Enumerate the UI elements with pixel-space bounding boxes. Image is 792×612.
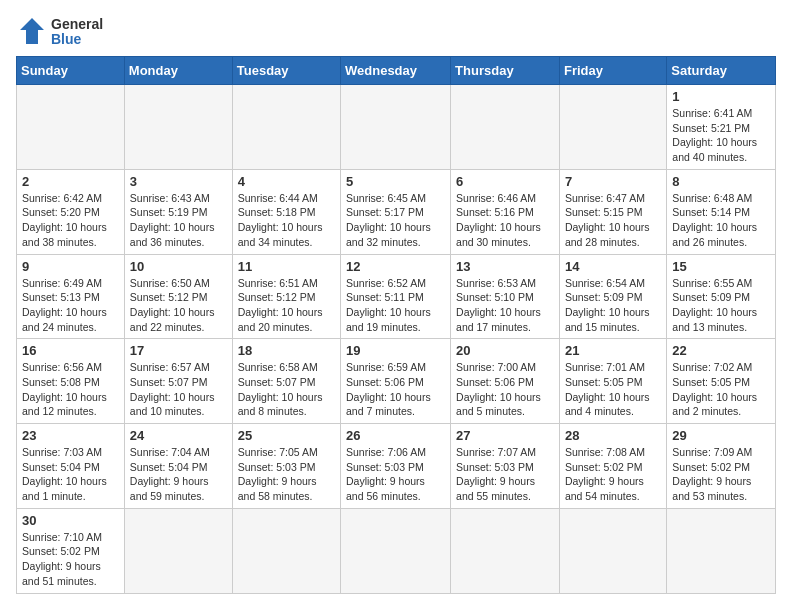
day-info: Sunrise: 6:41 AMSunset: 5:21 PMDaylight:… [672,106,770,165]
day-number: 30 [22,513,119,528]
calendar-day-cell: 25Sunrise: 7:05 AMSunset: 5:03 PMDayligh… [232,424,340,509]
day-info: Sunrise: 7:06 AMSunset: 5:03 PMDaylight:… [346,445,445,504]
day-number: 15 [672,259,770,274]
day-info: Sunrise: 7:03 AMSunset: 5:04 PMDaylight:… [22,445,119,504]
calendar-day-cell: 1Sunrise: 6:41 AMSunset: 5:21 PMDaylight… [667,85,776,170]
day-number: 1 [672,89,770,104]
calendar-day-cell [341,508,451,593]
weekday-header-monday: Monday [124,57,232,85]
calendar-day-cell: 5Sunrise: 6:45 AMSunset: 5:17 PMDaylight… [341,169,451,254]
calendar-day-cell [232,508,340,593]
calendar-day-cell: 13Sunrise: 6:53 AMSunset: 5:10 PMDayligh… [451,254,560,339]
day-info: Sunrise: 7:04 AMSunset: 5:04 PMDaylight:… [130,445,227,504]
day-number: 25 [238,428,335,443]
day-number: 13 [456,259,554,274]
day-info: Sunrise: 6:44 AMSunset: 5:18 PMDaylight:… [238,191,335,250]
day-number: 9 [22,259,119,274]
day-number: 10 [130,259,227,274]
day-info: Sunrise: 6:52 AMSunset: 5:11 PMDaylight:… [346,276,445,335]
day-number: 11 [238,259,335,274]
calendar-day-cell [559,508,666,593]
calendar-day-cell [667,508,776,593]
day-info: Sunrise: 6:51 AMSunset: 5:12 PMDaylight:… [238,276,335,335]
calendar-day-cell: 6Sunrise: 6:46 AMSunset: 5:16 PMDaylight… [451,169,560,254]
calendar-week-row: 1Sunrise: 6:41 AMSunset: 5:21 PMDaylight… [17,85,776,170]
page-header: General Blue [16,16,776,48]
calendar-day-cell: 11Sunrise: 6:51 AMSunset: 5:12 PMDayligh… [232,254,340,339]
calendar-table: SundayMondayTuesdayWednesdayThursdayFrid… [16,56,776,594]
calendar-day-cell: 18Sunrise: 6:58 AMSunset: 5:07 PMDayligh… [232,339,340,424]
weekday-header-thursday: Thursday [451,57,560,85]
day-info: Sunrise: 7:07 AMSunset: 5:03 PMDaylight:… [456,445,554,504]
day-info: Sunrise: 6:49 AMSunset: 5:13 PMDaylight:… [22,276,119,335]
day-info: Sunrise: 7:02 AMSunset: 5:05 PMDaylight:… [672,360,770,419]
day-number: 3 [130,174,227,189]
day-number: 6 [456,174,554,189]
day-info: Sunrise: 6:48 AMSunset: 5:14 PMDaylight:… [672,191,770,250]
calendar-day-cell: 12Sunrise: 6:52 AMSunset: 5:11 PMDayligh… [341,254,451,339]
weekday-header-row: SundayMondayTuesdayWednesdayThursdayFrid… [17,57,776,85]
logo-general: General [51,17,103,32]
day-info: Sunrise: 6:47 AMSunset: 5:15 PMDaylight:… [565,191,661,250]
calendar-day-cell: 23Sunrise: 7:03 AMSunset: 5:04 PMDayligh… [17,424,125,509]
day-info: Sunrise: 7:01 AMSunset: 5:05 PMDaylight:… [565,360,661,419]
calendar-day-cell: 2Sunrise: 6:42 AMSunset: 5:20 PMDaylight… [17,169,125,254]
calendar-day-cell [17,85,125,170]
day-number: 28 [565,428,661,443]
logo: General Blue [16,16,103,48]
calendar-day-cell: 19Sunrise: 6:59 AMSunset: 5:06 PMDayligh… [341,339,451,424]
day-info: Sunrise: 6:55 AMSunset: 5:09 PMDaylight:… [672,276,770,335]
day-info: Sunrise: 6:54 AMSunset: 5:09 PMDaylight:… [565,276,661,335]
day-info: Sunrise: 7:00 AMSunset: 5:06 PMDaylight:… [456,360,554,419]
calendar-week-row: 2Sunrise: 6:42 AMSunset: 5:20 PMDaylight… [17,169,776,254]
calendar-day-cell: 20Sunrise: 7:00 AMSunset: 5:06 PMDayligh… [451,339,560,424]
day-number: 21 [565,343,661,358]
svg-marker-0 [20,18,44,44]
logo-blue: Blue [51,32,103,47]
day-info: Sunrise: 6:59 AMSunset: 5:06 PMDaylight:… [346,360,445,419]
calendar-day-cell: 8Sunrise: 6:48 AMSunset: 5:14 PMDaylight… [667,169,776,254]
calendar-day-cell [559,85,666,170]
day-info: Sunrise: 7:09 AMSunset: 5:02 PMDaylight:… [672,445,770,504]
day-info: Sunrise: 6:43 AMSunset: 5:19 PMDaylight:… [130,191,227,250]
logo-symbol: General Blue [16,16,103,48]
weekday-header-saturday: Saturday [667,57,776,85]
calendar-day-cell [341,85,451,170]
calendar-day-cell: 14Sunrise: 6:54 AMSunset: 5:09 PMDayligh… [559,254,666,339]
calendar-day-cell: 9Sunrise: 6:49 AMSunset: 5:13 PMDaylight… [17,254,125,339]
calendar-day-cell: 29Sunrise: 7:09 AMSunset: 5:02 PMDayligh… [667,424,776,509]
day-number: 29 [672,428,770,443]
day-number: 16 [22,343,119,358]
day-number: 26 [346,428,445,443]
day-number: 8 [672,174,770,189]
calendar-day-cell: 27Sunrise: 7:07 AMSunset: 5:03 PMDayligh… [451,424,560,509]
day-number: 14 [565,259,661,274]
day-number: 19 [346,343,445,358]
day-number: 5 [346,174,445,189]
day-info: Sunrise: 6:56 AMSunset: 5:08 PMDaylight:… [22,360,119,419]
day-number: 2 [22,174,119,189]
calendar-day-cell [451,85,560,170]
day-number: 7 [565,174,661,189]
weekday-header-friday: Friday [559,57,666,85]
day-number: 27 [456,428,554,443]
calendar-day-cell: 24Sunrise: 7:04 AMSunset: 5:04 PMDayligh… [124,424,232,509]
day-number: 24 [130,428,227,443]
day-info: Sunrise: 6:45 AMSunset: 5:17 PMDaylight:… [346,191,445,250]
weekday-header-sunday: Sunday [17,57,125,85]
calendar-week-row: 23Sunrise: 7:03 AMSunset: 5:04 PMDayligh… [17,424,776,509]
calendar-day-cell: 16Sunrise: 6:56 AMSunset: 5:08 PMDayligh… [17,339,125,424]
day-number: 22 [672,343,770,358]
calendar-day-cell [124,85,232,170]
day-info: Sunrise: 7:08 AMSunset: 5:02 PMDaylight:… [565,445,661,504]
calendar-day-cell [124,508,232,593]
calendar-day-cell: 3Sunrise: 6:43 AMSunset: 5:19 PMDaylight… [124,169,232,254]
day-number: 18 [238,343,335,358]
calendar-day-cell: 17Sunrise: 6:57 AMSunset: 5:07 PMDayligh… [124,339,232,424]
day-info: Sunrise: 7:10 AMSunset: 5:02 PMDaylight:… [22,530,119,589]
calendar-day-cell: 4Sunrise: 6:44 AMSunset: 5:18 PMDaylight… [232,169,340,254]
calendar-day-cell: 10Sunrise: 6:50 AMSunset: 5:12 PMDayligh… [124,254,232,339]
calendar-day-cell: 26Sunrise: 7:06 AMSunset: 5:03 PMDayligh… [341,424,451,509]
calendar-day-cell [451,508,560,593]
day-number: 17 [130,343,227,358]
